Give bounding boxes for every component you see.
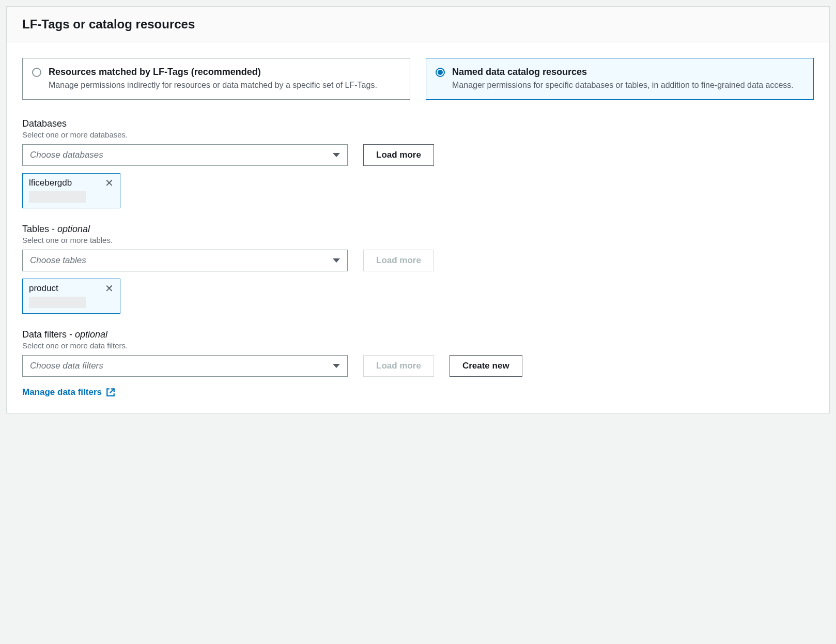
tables-token: product ✕ (22, 279, 120, 314)
tile-lftags-desc: Manage permissions indirectly for resour… (49, 80, 400, 91)
databases-token-placeholder (29, 191, 86, 203)
tables-label-text: Tables - (22, 224, 57, 234)
tables-token-close-icon[interactable]: ✕ (105, 283, 114, 294)
databases-token-label: lficebergdb (29, 178, 72, 188)
panel-header: LF-Tags or catalog resources (7, 7, 829, 42)
databases-label: Databases (22, 118, 814, 129)
tile-lftags[interactable]: Resources matched by LF-Tags (recommende… (22, 58, 410, 100)
tables-input-row: Choose tables Load more (22, 250, 814, 271)
tile-row: Resources matched by LF-Tags (recommende… (22, 58, 814, 100)
filters-section: Data filters - optional Select one or mo… (22, 329, 814, 397)
filters-label-text: Data filters - (22, 329, 75, 340)
radio-lftags[interactable] (32, 68, 41, 77)
tile-named[interactable]: Named data catalog resources Manager per… (426, 58, 814, 100)
tile-named-desc: Manager permissions for specific databas… (452, 80, 804, 91)
filters-label: Data filters - optional (22, 329, 814, 340)
radio-named[interactable] (436, 68, 445, 77)
databases-input-row: Choose databases Load more (22, 144, 814, 166)
tables-token-label: product (29, 283, 58, 294)
tables-optional: optional (57, 224, 90, 234)
tables-load-more-button: Load more (363, 250, 434, 271)
databases-hint: Select one or more databases. (22, 130, 814, 139)
databases-token-row: lficebergdb ✕ (22, 173, 814, 208)
tables-token-placeholder (29, 297, 86, 308)
panel-container: LF-Tags or catalog resources Resources m… (6, 6, 830, 413)
manage-link-text: Manage data filters (22, 387, 102, 397)
tables-label: Tables - optional (22, 224, 814, 235)
tile-lftags-content: Resources matched by LF-Tags (recommende… (49, 67, 400, 91)
tile-named-title: Named data catalog resources (452, 67, 804, 78)
databases-placeholder: Choose databases (30, 150, 103, 160)
tables-token-top: product ✕ (29, 283, 114, 294)
external-link-icon (106, 388, 115, 397)
filters-load-more-button: Load more (363, 355, 434, 377)
tile-named-content: Named data catalog resources Manager per… (452, 67, 804, 91)
filters-optional: optional (75, 329, 107, 340)
caret-down-icon (333, 364, 340, 368)
panel-body: Resources matched by LF-Tags (recommende… (7, 42, 829, 413)
manage-link-row: Manage data filters (22, 387, 814, 397)
databases-token: lficebergdb ✕ (22, 173, 120, 208)
databases-load-more-button[interactable]: Load more (363, 144, 434, 166)
caret-down-icon (333, 258, 340, 263)
filters-create-new-button[interactable]: Create new (450, 355, 522, 377)
tables-hint: Select one or more tables. (22, 236, 814, 244)
tables-placeholder: Choose tables (30, 255, 86, 266)
filters-input-row: Choose data filters Load more Create new (22, 355, 814, 377)
tables-token-row: product ✕ (22, 279, 814, 314)
caret-down-icon (333, 153, 340, 157)
manage-data-filters-link[interactable]: Manage data filters (22, 387, 115, 397)
databases-section: Databases Select one or more databases. … (22, 118, 814, 208)
filters-hint: Select one or more data filters. (22, 341, 814, 350)
filters-select[interactable]: Choose data filters (22, 355, 348, 377)
panel-title: LF-Tags or catalog resources (22, 17, 814, 32)
tables-section: Tables - optional Select one or more tab… (22, 224, 814, 314)
tables-select[interactable]: Choose tables (22, 250, 348, 271)
databases-token-close-icon[interactable]: ✕ (105, 178, 114, 188)
databases-select[interactable]: Choose databases (22, 144, 348, 166)
databases-token-top: lficebergdb ✕ (29, 178, 114, 188)
filters-placeholder: Choose data filters (30, 361, 103, 371)
tile-lftags-title: Resources matched by LF-Tags (recommende… (49, 67, 400, 78)
